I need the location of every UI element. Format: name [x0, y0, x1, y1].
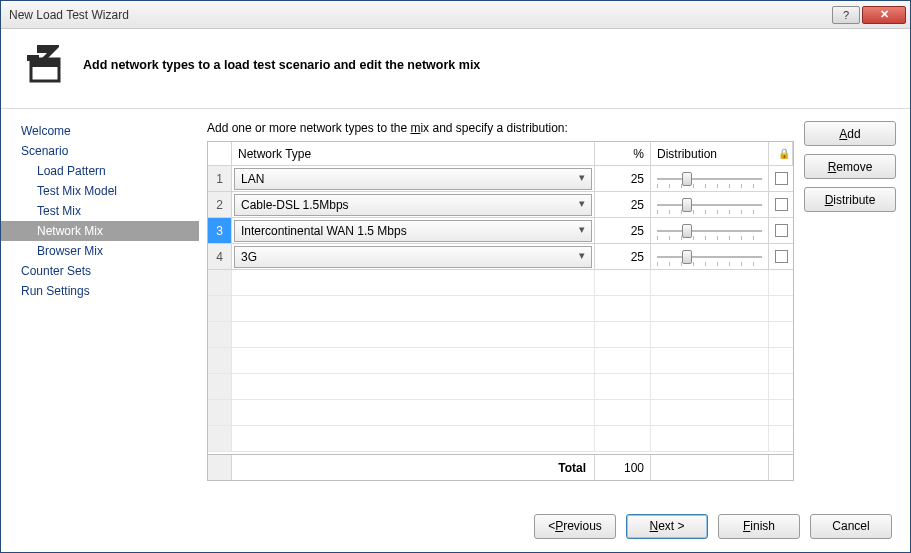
distribute-button[interactable]: Distribute: [804, 187, 896, 212]
table-row[interactable]: 3Intercontinental WAN 1.5 Mbps25: [208, 218, 793, 244]
wizard-body: Welcome Scenario Load Pattern Test Mix M…: [1, 109, 910, 500]
network-mix-grid: Network Type % Distribution 🔒 1LAN252Cab…: [207, 141, 794, 481]
wizard-nav: Welcome Scenario Load Pattern Test Mix M…: [1, 109, 199, 500]
empty-row: [208, 426, 793, 452]
lock-cell: [769, 218, 793, 243]
distribution-cell: [651, 166, 769, 191]
nav-test-mix-model[interactable]: Test Mix Model: [1, 181, 199, 201]
remove-button[interactable]: Remove: [804, 154, 896, 179]
network-type-cell: LAN: [232, 166, 595, 191]
network-type-dropdown[interactable]: 3G: [234, 246, 592, 268]
col-network-type[interactable]: Network Type: [232, 142, 595, 165]
slider-thumb[interactable]: [682, 172, 692, 186]
table-row[interactable]: 2Cable-DSL 1.5Mbps25: [208, 192, 793, 218]
row-number[interactable]: 4: [208, 244, 232, 269]
network-type-dropdown[interactable]: Cable-DSL 1.5Mbps: [234, 194, 592, 216]
titlebar: New Load Test Wizard ? ✕: [1, 1, 910, 29]
row-number[interactable]: 3: [208, 218, 232, 243]
row-number[interactable]: 1: [208, 166, 232, 191]
lock-cell: [769, 166, 793, 191]
nav-counter-sets[interactable]: Counter Sets: [1, 261, 199, 281]
percent-cell[interactable]: 25: [595, 244, 651, 269]
previous-button[interactable]: < Previous: [534, 514, 616, 539]
col-rownum: [208, 142, 232, 165]
lock-cell: [769, 192, 793, 217]
wizard-icon: [19, 41, 69, 88]
add-button[interactable]: Add: [804, 121, 896, 146]
grid-header: Network Type % Distribution 🔒: [208, 142, 793, 166]
lock-checkbox[interactable]: [775, 172, 788, 185]
percent-cell[interactable]: 25: [595, 166, 651, 191]
empty-row: [208, 270, 793, 296]
network-type-cell: Cable-DSL 1.5Mbps: [232, 192, 595, 217]
lock-checkbox[interactable]: [775, 250, 788, 263]
wizard-window: New Load Test Wizard ? ✕ Add network typ…: [0, 0, 911, 553]
network-type-dropdown[interactable]: LAN: [234, 168, 592, 190]
network-type-value: 3G: [241, 250, 257, 264]
table-row[interactable]: 1LAN25: [208, 166, 793, 192]
distribution-cell: [651, 244, 769, 269]
network-type-dropdown[interactable]: Intercontinental WAN 1.5 Mbps: [234, 220, 592, 242]
distribution-slider[interactable]: [655, 248, 764, 266]
help-button[interactable]: ?: [832, 6, 860, 24]
col-distribution[interactable]: Distribution: [651, 142, 769, 165]
grid-total-value: 100: [595, 455, 651, 480]
empty-row: [208, 400, 793, 426]
row-number[interactable]: 2: [208, 192, 232, 217]
percent-cell[interactable]: 25: [595, 192, 651, 217]
slider-thumb[interactable]: [682, 198, 692, 212]
grid-footer: Total 100: [208, 454, 793, 480]
nav-scenario[interactable]: Scenario: [1, 141, 199, 161]
nav-network-mix[interactable]: Network Mix: [1, 221, 199, 241]
lock-cell: [769, 244, 793, 269]
network-type-cell: Intercontinental WAN 1.5 Mbps: [232, 218, 595, 243]
next-button[interactable]: Next >: [626, 514, 708, 539]
distribution-cell: [651, 192, 769, 217]
slider-thumb[interactable]: [682, 224, 692, 238]
lock-icon: 🔒: [778, 148, 790, 159]
wizard-header: Add network types to a load test scenari…: [1, 29, 910, 109]
cancel-button[interactable]: Cancel: [810, 514, 892, 539]
nav-welcome[interactable]: Welcome: [1, 121, 199, 141]
distribution-slider[interactable]: [655, 196, 764, 214]
grid-total-label: Total: [232, 455, 595, 480]
network-type-cell: 3G: [232, 244, 595, 269]
side-button-column: Add Remove Distribute: [804, 121, 896, 500]
empty-row: [208, 348, 793, 374]
instruction-text: Add one or more network types to the mix…: [207, 121, 794, 135]
wizard-headline: Add network types to a load test scenari…: [83, 58, 480, 72]
network-type-value: Cable-DSL 1.5Mbps: [241, 198, 349, 212]
nav-run-settings[interactable]: Run Settings: [1, 281, 199, 301]
close-button[interactable]: ✕: [862, 6, 906, 24]
table-row[interactable]: 43G25: [208, 244, 793, 270]
grid-body: 1LAN252Cable-DSL 1.5Mbps253Intercontinen…: [208, 166, 793, 454]
col-percent[interactable]: %: [595, 142, 651, 165]
nav-test-mix[interactable]: Test Mix: [1, 201, 199, 221]
network-type-value: LAN: [241, 172, 264, 186]
percent-cell[interactable]: 25: [595, 218, 651, 243]
network-type-value: Intercontinental WAN 1.5 Mbps: [241, 224, 407, 238]
window-title: New Load Test Wizard: [9, 8, 830, 22]
slider-thumb[interactable]: [682, 250, 692, 264]
distribution-slider[interactable]: [655, 170, 764, 188]
finish-button[interactable]: Finish: [718, 514, 800, 539]
wizard-footer: < Previous Next > Finish Cancel: [1, 500, 910, 552]
distribution-cell: [651, 218, 769, 243]
lock-checkbox[interactable]: [775, 224, 788, 237]
empty-row: [208, 374, 793, 400]
empty-row: [208, 296, 793, 322]
wizard-main: Add one or more network types to the mix…: [199, 109, 910, 500]
svg-rect-2: [27, 55, 39, 61]
nav-load-pattern[interactable]: Load Pattern: [1, 161, 199, 181]
lock-checkbox[interactable]: [775, 198, 788, 211]
col-lock[interactable]: 🔒: [769, 142, 793, 165]
distribution-slider[interactable]: [655, 222, 764, 240]
empty-row: [208, 322, 793, 348]
nav-browser-mix[interactable]: Browser Mix: [1, 241, 199, 261]
